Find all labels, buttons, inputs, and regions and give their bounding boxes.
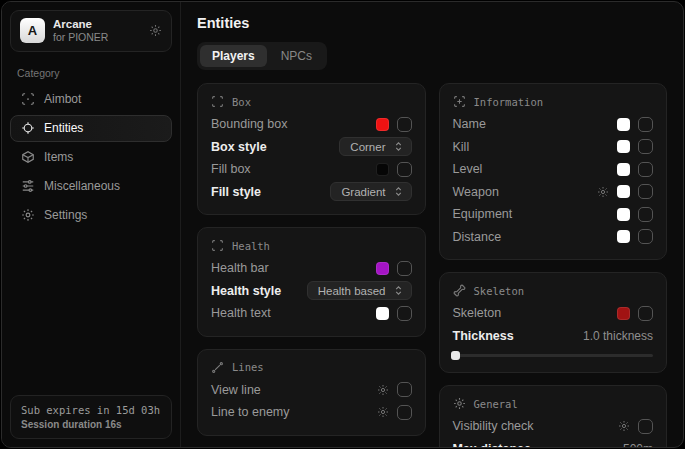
health-text-checkbox[interactable] — [397, 306, 412, 321]
sidebar-item-miscellaneous[interactable]: Miscellaneous — [10, 173, 172, 200]
color-swatch[interactable] — [617, 140, 630, 153]
health-bar-row: Health bar — [211, 257, 412, 280]
bounding-box-checkbox[interactable] — [397, 117, 412, 132]
color-swatch[interactable] — [376, 307, 389, 320]
line-to-enemy-row: Line to enemy — [211, 401, 412, 424]
dropdown-value: Gradient — [341, 186, 385, 198]
color-swatch[interactable] — [617, 185, 630, 198]
health-style-row: Health style Health based — [211, 280, 412, 303]
bone-icon — [453, 284, 466, 297]
row-label: View line — [211, 383, 261, 397]
row-label: Skeleton — [453, 306, 502, 320]
visibility-check-row: Visibility check — [453, 415, 654, 438]
row-label: Health bar — [211, 261, 269, 275]
color-swatch[interactable] — [617, 208, 630, 221]
row-label: Health style — [211, 284, 281, 298]
line-to-enemy-checkbox[interactable] — [397, 405, 412, 420]
row-label: Fill style — [211, 185, 261, 199]
level-checkbox[interactable] — [638, 162, 653, 177]
tab-npcs[interactable]: NPCs — [269, 45, 324, 67]
sliders-icon — [21, 179, 35, 193]
row-label: Visibility check — [453, 419, 534, 433]
row-label: Distance — [453, 230, 502, 244]
sidebar-item-items[interactable]: Items — [10, 144, 172, 171]
distance-checkbox[interactable] — [638, 229, 653, 244]
thickness-value: 1.0 thickness — [583, 329, 653, 343]
box-section: Box Bounding box Box style Corne — [197, 83, 426, 215]
gear-icon[interactable] — [377, 406, 389, 418]
thickness-slider[interactable] — [453, 350, 654, 361]
kill-row: Kill — [453, 136, 654, 159]
health-text-row: Health text — [211, 302, 412, 325]
sidebar: A Arcane for PIONER Category Aimbot — [2, 2, 181, 447]
main-panel: Entities Players NPCs Box Bounding box — [181, 2, 683, 447]
skeleton-checkbox[interactable] — [638, 306, 653, 321]
row-label: Equipment — [453, 207, 513, 221]
health-style-dropdown[interactable]: Health based — [307, 281, 412, 300]
color-swatch[interactable] — [617, 307, 630, 320]
row-label: Fill box — [211, 162, 251, 176]
row-label: Box style — [211, 140, 267, 154]
color-swatch[interactable] — [376, 163, 389, 176]
chevron-up-down-icon — [393, 186, 404, 197]
package-icon — [21, 150, 35, 164]
dropdown-value: Corner — [350, 141, 385, 153]
section-title: Skeleton — [474, 285, 525, 297]
app-logo: A — [20, 18, 45, 43]
equipment-checkbox[interactable] — [638, 207, 653, 222]
color-swatch[interactable] — [617, 118, 630, 131]
max-distance-value: 500m — [623, 442, 653, 447]
sidebar-item-label: Settings — [44, 208, 87, 222]
gear-icon[interactable] — [618, 420, 630, 432]
brand-card: A Arcane for PIONER — [10, 10, 172, 52]
kill-checkbox[interactable] — [638, 139, 653, 154]
color-swatch[interactable] — [376, 118, 389, 131]
entity-tabs: Players NPCs — [197, 42, 327, 70]
sidebar-item-entities[interactable]: Entities — [10, 115, 172, 142]
visibility-check-checkbox[interactable] — [638, 419, 653, 434]
gear-icon[interactable] — [597, 186, 609, 198]
section-title: Information — [474, 96, 544, 108]
aimbot-icon — [21, 92, 35, 106]
level-row: Level — [453, 158, 654, 181]
sidebar-item-settings[interactable]: Settings — [10, 202, 172, 229]
row-label: Line to enemy — [211, 405, 290, 419]
box-style-row: Box style Corner — [211, 136, 412, 159]
color-swatch[interactable] — [617, 163, 630, 176]
chevron-up-down-icon — [393, 141, 404, 152]
row-label: Weapon — [453, 185, 499, 199]
health-brackets-icon — [211, 239, 224, 252]
box-brackets-icon — [211, 95, 224, 108]
subscription-card: Sub expires in 15d 03h Session duration … — [10, 395, 172, 439]
color-swatch[interactable] — [617, 230, 630, 243]
fill-box-checkbox[interactable] — [397, 162, 412, 177]
row-label: Kill — [453, 140, 470, 154]
sidebar-item-label: Aimbot — [44, 92, 81, 106]
view-line-checkbox[interactable] — [397, 382, 412, 397]
sidebar-item-label: Entities — [44, 121, 83, 135]
equipment-row: Equipment — [453, 203, 654, 226]
slider-thumb[interactable] — [451, 351, 460, 360]
tab-players[interactable]: Players — [200, 45, 267, 67]
weapon-checkbox[interactable] — [638, 184, 653, 199]
row-label: Health text — [211, 306, 271, 320]
category-label: Category — [17, 67, 165, 79]
app-window: A Arcane for PIONER Category Aimbot — [1, 1, 684, 448]
box-style-dropdown[interactable]: Corner — [339, 137, 411, 156]
sidebar-item-aimbot[interactable]: Aimbot — [10, 86, 172, 113]
color-swatch[interactable] — [376, 262, 389, 275]
fill-box-row: Fill box — [211, 158, 412, 181]
name-checkbox[interactable] — [638, 117, 653, 132]
row-label: Name — [453, 117, 486, 131]
gear-icon[interactable] — [149, 24, 162, 37]
fill-style-row: Fill style Gradient — [211, 181, 412, 204]
fill-style-dropdown[interactable]: Gradient — [330, 182, 411, 201]
section-title: Box — [232, 96, 251, 108]
section-title: General — [474, 398, 518, 410]
gear-icon[interactable] — [377, 384, 389, 396]
row-label: Bounding box — [211, 117, 287, 131]
section-title: Health — [232, 240, 270, 252]
health-bar-checkbox[interactable] — [397, 261, 412, 276]
name-row: Name — [453, 113, 654, 136]
thickness-row: Thickness 1.0 thickness — [453, 325, 654, 348]
